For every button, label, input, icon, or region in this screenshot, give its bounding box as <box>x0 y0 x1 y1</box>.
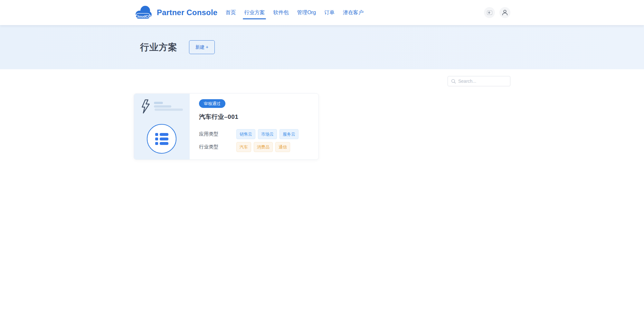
logo-text: CloudCC <box>135 14 151 18</box>
list-circle-icon <box>147 124 176 154</box>
search-icon <box>451 79 456 84</box>
main-nav: 首页 行业方案 软件包 管理Org 订单 潜在客户 <box>225 6 364 19</box>
nav-item-manage-org[interactable]: 管理Org <box>297 6 316 19</box>
cloudcc-logo-icon[interactable]: CloudCC <box>134 5 152 21</box>
image-icon <box>487 10 492 15</box>
top-bar: CloudCC Partner Console 首页 行业方案 软件包 管理Or… <box>0 0 644 25</box>
user-profile-button[interactable] <box>499 7 510 18</box>
status-badge: 审核通过 <box>199 99 225 108</box>
skeleton-line <box>155 109 183 111</box>
user-icon <box>501 9 508 16</box>
image-placeholder-button[interactable] <box>484 7 495 18</box>
industry-type-label: 行业类型 <box>199 144 236 150</box>
create-new-button[interactable]: 新建 + <box>189 40 215 54</box>
industry-type-tag: 通信 <box>275 142 290 152</box>
page-title: 行业方案 <box>140 41 177 53</box>
industry-type-row: 行业类型 汽车 消费品 通信 <box>199 142 312 152</box>
solution-card[interactable]: 审核通过 汽车行业–001 应用类型 销售云 市场云 服务云 行业类型 汽车 消… <box>134 93 319 160</box>
nav-item-industry-solutions[interactable]: 行业方案 <box>244 6 265 19</box>
app-type-tag: 市场云 <box>258 129 277 139</box>
solution-card-illustration <box>134 94 190 159</box>
lightning-icon <box>141 99 151 114</box>
skeleton-line <box>154 105 171 108</box>
nav-item-home[interactable]: 首页 <box>225 6 236 19</box>
skeleton-line <box>154 102 163 104</box>
app-type-tag: 服务云 <box>279 129 298 139</box>
industry-type-tag: 消费品 <box>254 142 273 152</box>
app-type-tag: 销售云 <box>236 129 255 139</box>
main-content: 审核通过 汽车行业–001 应用类型 销售云 市场云 服务云 行业类型 汽车 消… <box>0 69 644 160</box>
search-input[interactable] <box>458 79 507 84</box>
solution-card-details: 审核通过 汽车行业–001 应用类型 销售云 市场云 服务云 行业类型 汽车 消… <box>190 94 318 159</box>
search-box[interactable] <box>448 76 510 86</box>
nav-item-software-packages[interactable]: 软件包 <box>273 6 289 19</box>
industry-type-tag: 汽车 <box>236 142 251 152</box>
nav-item-orders[interactable]: 订单 <box>324 6 335 19</box>
nav-item-leads[interactable]: 潜在客户 <box>343 6 364 19</box>
page-heading-band: 行业方案 新建 + <box>0 25 644 69</box>
solution-title: 汽车行业–001 <box>199 113 312 121</box>
app-title: Partner Console <box>157 8 217 17</box>
app-type-row: 应用类型 销售云 市场云 服务云 <box>199 129 312 139</box>
app-type-label: 应用类型 <box>199 131 236 137</box>
